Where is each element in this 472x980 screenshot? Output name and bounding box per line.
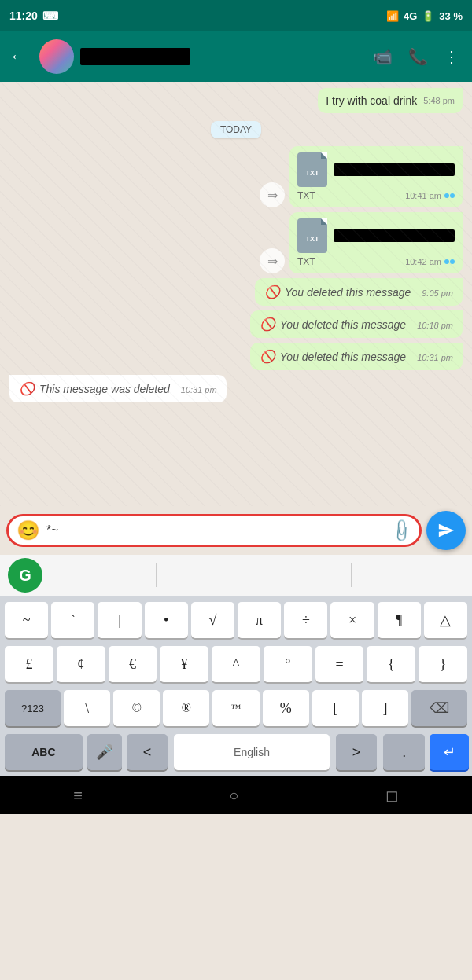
key-cent[interactable]: ¢: [57, 646, 105, 682]
key-sqrt[interactable]: √: [191, 602, 234, 638]
back-button[interactable]: ←: [3, 40, 33, 73]
nav-menu-icon[interactable]: ≡: [73, 787, 83, 805]
file-time-2: 10:42 am: [405, 257, 441, 266]
key-tilde[interactable]: ~: [5, 602, 48, 638]
key-triangle[interactable]: △: [424, 602, 467, 638]
key-backslash[interactable]: \: [64, 690, 110, 726]
chat-header: ← 📹 📞 ⋮: [0, 31, 472, 82]
file-bubble-2[interactable]: TXT TXT 10:42 am: [289, 212, 463, 273]
key-pi[interactable]: π: [238, 602, 281, 638]
keyboard-row-2: £ ¢ € ¥ ^ ° = { }: [3, 646, 469, 682]
nav-home-icon[interactable]: ○: [229, 787, 238, 805]
sent-bubble-old: I try with coal drink 5:48 pm: [318, 88, 463, 113]
signal-icon: 📶: [386, 10, 399, 22]
key-backspace[interactable]: ⌫: [411, 690, 467, 726]
divider-2: [351, 563, 352, 587]
key-123[interactable]: ?123: [5, 690, 61, 726]
more-options-button[interactable]: ⋮: [437, 41, 466, 72]
read-receipts-2: [444, 259, 455, 264]
key-euro[interactable]: €: [109, 646, 157, 682]
input-box[interactable]: 😊 📎: [6, 514, 422, 547]
key-degree[interactable]: °: [264, 646, 312, 682]
key-pipe[interactable]: |: [98, 602, 141, 638]
file-message-2: ⇒ TXT TXT 10:42 am: [9, 212, 463, 273]
key-lbrace[interactable]: {: [367, 646, 415, 682]
key-yen[interactable]: ¥: [160, 646, 208, 682]
file-name-redacted-2: [334, 229, 455, 242]
key-registered[interactable]: ®: [163, 690, 209, 726]
nav-back-icon[interactable]: ◻: [385, 786, 399, 805]
grammarly-row: G: [0, 555, 472, 596]
contact-info[interactable]: [80, 48, 360, 65]
battery-level: 33 %: [439, 10, 463, 22]
key-caret[interactable]: ^: [212, 646, 260, 682]
key-paragraph[interactable]: ¶: [378, 602, 421, 638]
key-period[interactable]: .: [383, 734, 425, 770]
attach-button[interactable]: 📎: [388, 517, 415, 545]
grammarly-icon: G: [19, 567, 31, 585]
key-divide[interactable]: ÷: [284, 602, 327, 638]
key-copyright[interactable]: ©: [113, 690, 160, 726]
key-backtick[interactable]: `: [51, 602, 94, 638]
key-mic[interactable]: 🎤: [87, 734, 122, 770]
input-wrapper: 😊 📎: [0, 506, 472, 555]
deleted-text-3: You deleted this message: [280, 351, 406, 363]
status-bar: 11:20 ⌨ 📶 4G 🔋 33 %: [0, 0, 472, 31]
file-bubble-1[interactable]: TXT TXT 10:41 am: [289, 146, 463, 207]
key-enter[interactable]: ↵: [430, 734, 469, 770]
header-actions: 📹 📞 ⋮: [367, 41, 466, 72]
read-receipts-1: [444, 193, 455, 198]
deleted-text-1: You deleted this message: [285, 286, 411, 299]
keyboard: ~ ` | • √ π ÷ × ¶ △ £ ¢ € ¥ ^ ° = { } ?1…: [0, 596, 472, 776]
key-lbracket[interactable]: [: [312, 690, 359, 726]
video-call-button[interactable]: 📹: [367, 41, 399, 72]
key-lt[interactable]: <: [127, 734, 168, 770]
grammarly-button[interactable]: G: [8, 558, 42, 593]
key-pound[interactable]: £: [5, 646, 53, 682]
keyboard-row-3: ?123 \ © ® ™ % [ ] ⌫: [3, 690, 469, 726]
key-times[interactable]: ×: [330, 602, 374, 638]
send-button[interactable]: [426, 511, 466, 550]
key-rbracket[interactable]: ]: [362, 690, 408, 726]
keyboard-dividers: [42, 563, 464, 587]
deleted-text-2: You deleted this message: [280, 318, 406, 331]
contact-name-redacted: [80, 48, 190, 65]
keyboard-bottom-row: ABC 🎤 < English > . ↵: [3, 734, 469, 770]
key-equals[interactable]: =: [315, 646, 364, 682]
file-type-2: TXT: [297, 256, 315, 267]
msg-time-old: 5:48 pm: [423, 96, 455, 105]
msg-text-old: I try with coal drink: [326, 94, 417, 107]
chat-area: I try with coal drink 5:48 pm TODAY ⇒ TX…: [0, 82, 472, 506]
received-deleted-time: 10:31 pm: [181, 385, 217, 395]
emoji-button[interactable]: 😊: [17, 519, 40, 541]
txt-file-icon-2: TXT: [297, 218, 327, 253]
key-tm[interactable]: ™: [212, 690, 259, 726]
key-rbrace[interactable]: }: [419, 646, 467, 682]
avatar-image: [39, 39, 74, 74]
voice-call-button[interactable]: 📞: [402, 41, 434, 72]
deleted-message-3: 🚫 You deleted this message 10:31 pm: [9, 343, 463, 370]
status-keyboard-icon: ⌨: [42, 9, 58, 22]
divider-1: [156, 563, 157, 587]
deleted-message-1: 🚫 You deleted this message 9:05 pm: [9, 278, 463, 306]
deleted-time-3: 10:31 pm: [417, 353, 453, 362]
deleted-time-1: 9:05 pm: [422, 288, 453, 298]
key-gt[interactable]: >: [336, 734, 378, 770]
key-percent[interactable]: %: [263, 690, 309, 726]
forward-icon-2: ⇒: [260, 248, 285, 273]
file-message-1: ⇒ TXT TXT 10:41 am: [9, 146, 463, 207]
date-chip-today: TODAY: [211, 121, 261, 138]
key-space[interactable]: English: [174, 734, 329, 770]
key-abc[interactable]: ABC: [5, 734, 83, 770]
deleted-bubble-1: 🚫 You deleted this message 9:05 pm: [255, 278, 463, 306]
file-name-redacted-1: [334, 163, 455, 176]
network-type: 4G: [404, 10, 417, 22]
keyboard-row-1: ~ ` | • √ π ÷ × ¶ △: [3, 602, 469, 638]
txt-file-icon-1: TXT: [297, 152, 327, 187]
key-bullet[interactable]: •: [145, 602, 188, 638]
message-input[interactable]: [46, 523, 385, 538]
forward-icon-1: ⇒: [260, 182, 285, 207]
file-time-1: 10:41 am: [405, 191, 441, 200]
received-deleted-text: This message was deleted: [39, 383, 170, 395]
avatar[interactable]: [39, 39, 74, 74]
